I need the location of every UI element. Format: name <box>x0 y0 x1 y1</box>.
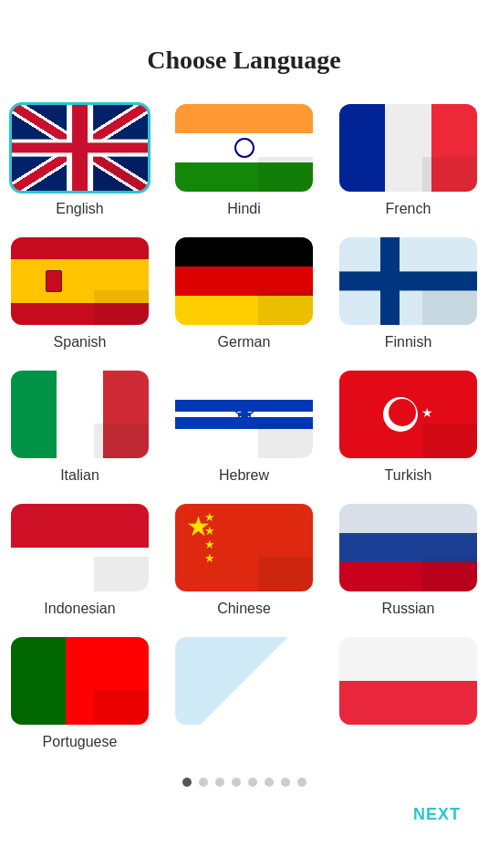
language-label-chinese: Chinese <box>217 601 271 617</box>
flag-italian <box>9 369 151 460</box>
flag-partial1 <box>173 635 315 727</box>
language-item-hindi[interactable]: Hindi <box>171 102 317 217</box>
flag-portuguese <box>9 635 151 727</box>
dot-8[interactable] <box>297 778 306 787</box>
language-label-italian: Italian <box>60 467 99 484</box>
language-item-spanish[interactable]: Spanish <box>7 235 153 350</box>
language-label-english: English <box>56 201 103 217</box>
flag-english <box>9 102 151 193</box>
flag-russian <box>337 502 479 593</box>
bottom-bar: NEXT <box>0 796 488 833</box>
dot-7[interactable] <box>281 778 290 787</box>
pagination-dots <box>182 778 306 787</box>
language-item-russian[interactable]: Russian <box>336 502 482 617</box>
language-item-indonesian[interactable]: Indonesian <box>7 502 153 617</box>
language-label-german: German <box>218 334 271 350</box>
language-label-turkish: Turkish <box>385 467 432 484</box>
dot-4[interactable] <box>232 778 241 787</box>
language-item-partial1[interactable] <box>171 635 317 750</box>
language-item-finnish[interactable]: Finnish <box>336 235 482 350</box>
dot-6[interactable] <box>265 778 274 787</box>
flag-partial2 <box>337 635 479 727</box>
language-item-hebrew[interactable]: Hebrew <box>171 369 317 484</box>
language-label-indonesian: Indonesian <box>44 601 115 617</box>
language-item-french[interactable]: French <box>336 102 482 217</box>
dot-1[interactable] <box>182 778 192 787</box>
language-label-finnish: Finnish <box>385 334 432 350</box>
language-label-portuguese: Portuguese <box>43 734 118 750</box>
flag-indonesian <box>9 502 151 593</box>
next-button[interactable]: NEXT <box>413 805 461 824</box>
svg-rect-4 <box>238 413 251 416</box>
flag-turkish: ★ <box>337 369 479 460</box>
flag-chinese: ★ ★ ★ ★ ★ <box>173 502 315 593</box>
language-label-hebrew: Hebrew <box>219 467 269 484</box>
dot-5[interactable] <box>248 778 257 787</box>
language-label-spanish: Spanish <box>54 334 107 350</box>
flag-french <box>337 102 479 193</box>
language-label-hindi: Hindi <box>227 201 260 217</box>
language-item-partial2[interactable] <box>336 635 482 750</box>
language-label-french: French <box>386 201 431 217</box>
dot-2[interactable] <box>199 778 208 787</box>
flag-finnish <box>337 235 479 327</box>
language-item-german[interactable]: German <box>171 235 317 350</box>
flag-hebrew <box>173 369 315 460</box>
language-item-italian[interactable]: Italian <box>7 369 153 484</box>
language-item-portuguese[interactable]: Portuguese <box>7 635 153 750</box>
flag-spanish <box>9 235 151 327</box>
dot-3[interactable] <box>215 778 224 787</box>
flag-hindi <box>173 102 315 193</box>
language-item-turkish[interactable]: ★ Turkish <box>336 369 482 484</box>
language-grid: English Hindi French <box>0 102 488 750</box>
language-item-chinese[interactable]: ★ ★ ★ ★ ★ Chinese <box>171 502 317 617</box>
language-item-english[interactable]: English <box>7 102 153 217</box>
language-label-russian: Russian <box>382 601 435 617</box>
page-title: Choose Language <box>147 46 340 75</box>
flag-german <box>173 235 315 327</box>
